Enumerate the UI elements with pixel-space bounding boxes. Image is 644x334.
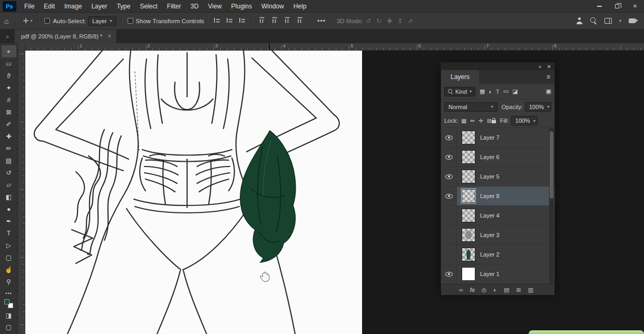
- menu-select[interactable]: Select: [135, 0, 162, 13]
- blur-tool[interactable]: ●: [2, 203, 16, 215]
- foreground-color-swatch[interactable]: [4, 299, 9, 304]
- document-canvas[interactable]: [25, 51, 362, 334]
- layer-visibility-toggle[interactable]: [441, 245, 457, 264]
- collapse-panel-icon[interactable]: «: [539, 64, 542, 70]
- home-icon[interactable]: ⌂: [0, 17, 13, 25]
- share-icon[interactable]: [576, 17, 583, 24]
- screen-mode-button[interactable]: ▢: [2, 323, 16, 331]
- fill-dropdown[interactable]: 100% ▾: [511, 116, 538, 125]
- menu-layer[interactable]: Layer: [86, 0, 112, 13]
- new-layer-icon[interactable]: ⊞: [516, 287, 521, 293]
- align-bottom-icon[interactable]: [285, 17, 290, 24]
- layer-visibility-toggle[interactable]: [441, 167, 457, 186]
- rectangular-marquee-tool[interactable]: ▭: [2, 57, 16, 70]
- layer-thumbnail[interactable]: [462, 228, 475, 242]
- path-selection-tool[interactable]: ▷: [2, 239, 16, 251]
- clone-stamp-tool[interactable]: ▤: [2, 154, 16, 166]
- ruler-corner[interactable]: [18, 43, 25, 51]
- layer-row[interactable]: Layer 5: [441, 167, 554, 186]
- link-layers-icon[interactable]: ∞: [459, 287, 463, 293]
- move-tool[interactable]: ⌖: [2, 45, 16, 57]
- menu-help[interactable]: Help: [289, 0, 311, 13]
- tab-close-icon[interactable]: ×: [108, 33, 111, 40]
- photoshop-logo[interactable]: Ps: [3, 1, 16, 12]
- layer-row[interactable]: Layer 7: [441, 128, 554, 148]
- object-selection-tool[interactable]: ✦: [2, 82, 16, 94]
- close-panel-icon[interactable]: ✕: [547, 64, 551, 70]
- layer-row[interactable]: Layer 6: [441, 148, 554, 167]
- ruler-horizontal[interactable]: 12345678: [25, 43, 644, 51]
- menu-view[interactable]: View: [203, 0, 227, 13]
- auto-select-dropdown[interactable]: Layer ▾: [88, 16, 116, 26]
- filter-pixel-layers-icon[interactable]: ▦: [480, 88, 485, 95]
- panel-menu-icon[interactable]: ≡: [547, 70, 554, 84]
- layer-row[interactable]: Layer 4: [441, 206, 554, 225]
- layer-visibility-toggle[interactable]: [441, 206, 457, 225]
- lock-all-icon[interactable]: [492, 120, 496, 123]
- healing-brush-tool[interactable]: ✚: [2, 130, 16, 142]
- menu-window[interactable]: Window: [257, 0, 289, 13]
- layer-visibility-toggle[interactable]: [441, 128, 457, 147]
- chevron-down-icon[interactable]: ▾: [619, 18, 621, 23]
- crop-tool[interactable]: #: [2, 94, 16, 106]
- document-tab[interactable]: pdf @ 200% (Layer 8, RGB/8) * ×: [15, 30, 117, 43]
- more-options-button[interactable]: •••: [313, 17, 330, 25]
- lasso-tool[interactable]: ϑ: [2, 70, 16, 82]
- eyedropper-tool[interactable]: ✐: [2, 118, 16, 130]
- blend-mode-dropdown[interactable]: Normal ▾: [444, 102, 497, 112]
- roll-3d-icon[interactable]: ↻: [374, 17, 384, 25]
- lock-transparency-icon[interactable]: ▦: [461, 117, 466, 124]
- layer-style-icon[interactable]: fx: [470, 287, 475, 293]
- menu-edit[interactable]: Edit: [39, 0, 60, 13]
- distribute-icon[interactable]: [297, 17, 303, 24]
- new-group-icon[interactable]: ▤: [504, 287, 509, 293]
- layer-visibility-toggle[interactable]: [441, 225, 457, 244]
- ruler-vertical[interactable]: [18, 51, 25, 334]
- lock-position-icon[interactable]: ✛: [479, 117, 483, 124]
- edit-toolbar-button[interactable]: •••: [5, 291, 12, 296]
- layer-row[interactable]: Layer 3: [441, 225, 554, 245]
- pen-tool[interactable]: ✒: [2, 215, 16, 227]
- tool-preset-button[interactable]: ✛ ▾: [19, 17, 35, 25]
- frame-tool[interactable]: ⊠: [2, 106, 16, 118]
- type-tool[interactable]: T: [2, 227, 16, 239]
- color-swatches[interactable]: [4, 299, 13, 308]
- restore-button[interactable]: [608, 0, 626, 13]
- auto-select-checkbox[interactable]: [44, 18, 50, 24]
- layer-thumbnail[interactable]: [462, 150, 475, 164]
- layer-visibility-toggle[interactable]: [441, 264, 457, 283]
- layer-thumbnail[interactable]: [462, 248, 475, 261]
- align-right-icon[interactable]: [239, 17, 246, 23]
- scrollbar-thumb[interactable]: [550, 131, 553, 199]
- menu-image[interactable]: Image: [60, 0, 86, 13]
- search-icon[interactable]: [590, 17, 597, 24]
- show-transform-checkbox[interactable]: [128, 18, 133, 24]
- layer-row[interactable]: Layer 8: [441, 186, 554, 206]
- layer-thumbnail[interactable]: [462, 209, 475, 222]
- align-center-vertical-icon[interactable]: [272, 17, 278, 24]
- layers-panel-tab[interactable]: Layers: [441, 70, 479, 84]
- slide-3d-icon[interactable]: ⇕: [395, 17, 405, 25]
- minimize-button[interactable]: [590, 0, 608, 13]
- filter-shape-layers-icon[interactable]: ▭: [503, 88, 509, 95]
- lock-artboard-icon[interactable]: ⊞: [487, 117, 492, 124]
- lock-pixels-icon[interactable]: ✏: [470, 117, 475, 124]
- gradient-tool[interactable]: ◧: [2, 191, 16, 203]
- scrollbar[interactable]: [549, 128, 554, 284]
- menu-plugins[interactable]: Plugins: [227, 0, 257, 13]
- hand-tool[interactable]: ☝: [2, 263, 16, 276]
- filter-smart-objects-icon[interactable]: ◪: [512, 88, 518, 95]
- align-left-icon[interactable]: [214, 17, 220, 23]
- quick-mask-button[interactable]: ◨: [2, 311, 16, 320]
- layer-thumbnail[interactable]: [462, 170, 475, 183]
- layer-thumbnail[interactable]: [462, 131, 475, 144]
- zoom-tool[interactable]: ⚲: [2, 276, 16, 288]
- layer-visibility-toggle[interactable]: [441, 148, 457, 166]
- filter-kind-dropdown[interactable]: Kind ▾: [444, 87, 475, 96]
- menu-type[interactable]: Type: [112, 0, 135, 13]
- filter-adjustment-layers-icon[interactable]: ◐: [489, 89, 492, 95]
- menu-filter[interactable]: Filter: [162, 0, 186, 13]
- layer-thumbnail[interactable]: [462, 189, 475, 203]
- add-layer-mask-icon[interactable]: ◎: [482, 287, 487, 293]
- adjustment-layer-icon[interactable]: ◐: [493, 287, 497, 293]
